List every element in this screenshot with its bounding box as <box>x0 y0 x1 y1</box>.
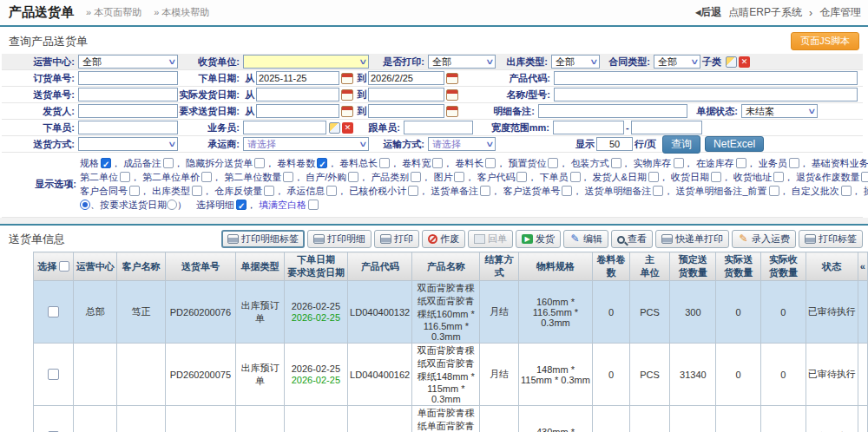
option-checkbox-卷料长[interactable] <box>485 158 496 168</box>
option-checkbox-隐藏拆分送货单[interactable] <box>254 158 265 168</box>
option-checkbox-规格[interactable] <box>101 158 111 168</box>
toolbar-button-作废[interactable]: 作废 <box>422 230 465 248</box>
sort-by-required-date-radio[interactable] <box>167 200 177 210</box>
column-header-unit[interactable]: 主单位 <box>629 252 670 281</box>
width-from-input[interactable] <box>553 121 624 134</box>
module-help-link[interactable]: » 本模块帮助 <box>154 6 209 19</box>
width-to-input[interactable] <box>631 121 702 134</box>
option-checkbox-出库类型[interactable] <box>192 186 202 196</box>
column-header-center[interactable]: 运营中心 <box>74 252 117 281</box>
toolbar-button-查看[interactable]: 查看 <box>611 230 653 248</box>
option-checkbox-送货单明细备注_前置[interactable] <box>769 186 779 196</box>
option-checkbox-成品备注[interactable] <box>163 158 174 168</box>
option-checkbox-填满空白格[interactable] <box>308 200 319 210</box>
toolbar-button-快递单打印[interactable]: 快递单打印 <box>655 230 729 248</box>
option-checkbox-收货日期[interactable] <box>711 172 721 182</box>
column-header-qty_recv[interactable]: 实际收货数量 <box>761 252 806 281</box>
salesman-input[interactable] <box>243 121 326 134</box>
doc-state-select[interactable]: 未结案∨ <box>741 104 818 118</box>
option-checkbox-退货&作废数量[interactable] <box>861 172 868 182</box>
column-header-spec[interactable]: 物料规格 <box>518 252 593 281</box>
option-checkbox-客户合同号[interactable] <box>129 186 140 196</box>
option-checkbox-承运信息[interactable] <box>326 186 337 196</box>
salesman-clear-icon[interactable] <box>342 122 353 134</box>
toolbar-button-打印明细[interactable]: 打印明细 <box>307 230 372 248</box>
column-header-rolls[interactable]: 卷料卷数 <box>593 252 629 281</box>
subtype-lookup-icon[interactable] <box>726 56 737 68</box>
breadcrumb-system[interactable]: 点睛ERP子系统 <box>728 5 802 20</box>
column-header-product_code[interactable]: 产品代码 <box>348 252 412 281</box>
name-model-input[interactable] <box>554 88 858 101</box>
toolbar-button-发货[interactable]: 发货 <box>516 230 561 248</box>
product-name-cell[interactable]: 双面背胶青稞纸双面背胶青稞纸160mm * 116.5mm * 0.3mm <box>412 281 480 344</box>
product-code-input[interactable] <box>554 71 858 85</box>
option-checkbox-产品类别[interactable] <box>411 172 421 182</box>
calendar-icon[interactable] <box>446 106 458 117</box>
contract-select[interactable]: 全部∨ <box>654 55 700 69</box>
row-checkbox[interactable] <box>48 306 59 317</box>
order-no-input[interactable] <box>78 71 178 85</box>
option-checkbox-第二单位[interactable] <box>120 172 130 182</box>
toolbar-button-编辑[interactable]: 编辑 <box>563 230 608 248</box>
column-header-qty_sent[interactable]: 实际送货数量 <box>716 252 761 281</box>
option-checkbox-下单员[interactable] <box>570 172 581 182</box>
delivery-mode-select[interactable]: ∨ <box>78 137 178 151</box>
option-checkbox-自定义批次[interactable] <box>841 186 852 196</box>
toolbar-button-打印[interactable]: 打印 <box>374 230 419 248</box>
column-header-tail[interactable]: « <box>858 252 867 281</box>
column-header-settle[interactable]: 结算方式 <box>480 252 518 281</box>
column-header-doc_type[interactable]: 单据类型 <box>236 252 284 281</box>
center-select[interactable]: 全部∨ <box>78 55 178 69</box>
calendar-icon[interactable] <box>341 89 353 101</box>
select-all-checkbox[interactable] <box>59 261 69 272</box>
column-header-dates[interactable]: 下单日期要求送货日期 <box>284 252 347 281</box>
rows-per-page-input[interactable] <box>596 137 633 151</box>
sender-input[interactable] <box>78 104 178 118</box>
option-checkbox-图片[interactable] <box>454 172 464 182</box>
option-checkbox-送货单备注[interactable] <box>480 186 490 196</box>
ship-date-from-input[interactable] <box>256 88 339 101</box>
order-date-to-input[interactable] <box>368 71 444 85</box>
column-header-qty_plan[interactable]: 预定送货数量 <box>670 252 716 281</box>
option-checkbox-在途库存[interactable] <box>736 158 746 168</box>
option-checkbox-第二单位数量[interactable] <box>283 172 293 182</box>
option-checkbox-选择明细[interactable] <box>236 200 247 210</box>
option-checkbox-第二单位单价[interactable] <box>201 172 212 182</box>
carrier-select[interactable]: 请选择∨ <box>243 137 369 151</box>
option-checkbox-客户送货单号[interactable] <box>562 186 572 196</box>
option-checkbox-客户代码[interactable] <box>516 172 527 182</box>
option-checkbox-送货单明细备注[interactable] <box>653 186 663 196</box>
option-checkbox-收货地址[interactable] <box>773 172 784 182</box>
option-checkbox-自产/外购[interactable] <box>348 172 358 182</box>
placer-input[interactable] <box>78 121 178 134</box>
column-header-product_name[interactable]: 产品名称 <box>412 252 480 281</box>
column-header-delivery_no[interactable]: 送货单号 <box>165 252 236 281</box>
sort-by-order-date-radio[interactable] <box>80 200 90 210</box>
page-help-link[interactable]: » 本页面帮助 <box>86 6 141 19</box>
calendar-icon[interactable] <box>446 89 458 101</box>
back-button[interactable]: ◂后退 <box>695 5 721 20</box>
option-checkbox-仓库反馈量[interactable] <box>264 186 274 196</box>
detail-memo-input[interactable] <box>538 104 687 118</box>
column-header-customer[interactable]: 客户名称 <box>117 252 165 281</box>
product-name-cell[interactable]: 双面背胶青稞纸双面背胶青稞纸148mm * 115mm * 0.3mm <box>412 344 480 406</box>
option-checkbox-业务员[interactable] <box>789 158 799 168</box>
order-date-from-input[interactable] <box>256 71 339 85</box>
required-date-from-input[interactable] <box>256 104 339 118</box>
option-checkbox-发货人&日期[interactable] <box>648 172 659 182</box>
calendar-icon[interactable] <box>446 73 458 84</box>
receiver-combo[interactable]: ∨ <box>243 55 369 69</box>
option-checkbox-包装方式[interactable] <box>611 158 621 168</box>
ship-date-to-input[interactable] <box>368 88 444 101</box>
page-js-script-button[interactable]: 页面JS脚本 <box>791 32 859 50</box>
transport-select[interactable]: 请选择∨ <box>428 137 496 151</box>
toolbar-button-打印明细标签[interactable]: 打印明细标签 <box>221 230 305 248</box>
column-header-status[interactable]: 状态 <box>806 252 858 281</box>
query-button[interactable]: 查询 <box>662 135 700 154</box>
breadcrumb-module[interactable]: 仓库管理 <box>819 5 861 20</box>
follower-input[interactable] <box>404 121 473 134</box>
netexcel-button[interactable]: NetExcel <box>705 136 764 152</box>
column-header-select[interactable]: 选择 <box>34 252 74 281</box>
calendar-icon[interactable] <box>341 73 353 84</box>
row-checkbox[interactable] <box>48 369 59 380</box>
